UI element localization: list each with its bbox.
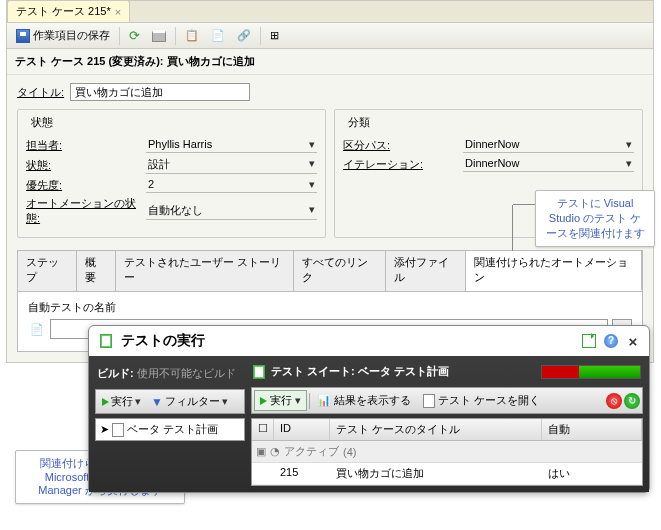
play-icon — [260, 397, 267, 405]
row-checkbox[interactable] — [252, 463, 274, 484]
page-play-icon — [97, 332, 115, 350]
workitem-header: テスト ケース 215 (変更済み): 買い物カゴに追加 — [7, 49, 653, 75]
chevron-down-icon: ▾ — [626, 138, 632, 151]
col-id[interactable]: ID — [274, 419, 330, 440]
status-icon: ◔ — [270, 445, 280, 458]
status-combo[interactable]: 設計▾ — [146, 156, 317, 174]
tab-links[interactable]: すべてのリンク — [294, 251, 385, 291]
save-label: 作業項目の保存 — [33, 28, 110, 43]
new-window-icon[interactable] — [581, 333, 597, 349]
table-row[interactable]: 215 買い物カゴに追加 はい — [252, 463, 642, 485]
chevron-down-icon: ▾ — [626, 157, 632, 170]
iteration-label: イテレーション: — [343, 157, 463, 172]
tab-attachments[interactable]: 添付ファイル — [386, 251, 467, 291]
print-icon — [152, 30, 166, 42]
chevron-down-icon: ▾ — [309, 157, 315, 172]
runner-header: テストの実行 ? × — [89, 326, 649, 356]
close-icon[interactable]: × — [625, 333, 641, 349]
show-results-button[interactable]: 📊結果を表示する — [312, 391, 416, 410]
play-icon — [102, 398, 109, 406]
chevron-down-icon: ▾ — [309, 203, 315, 218]
build-row: ビルド: 使用不可能なビルド — [95, 362, 245, 385]
automation-combo[interactable]: 自動化なし▾ — [146, 202, 317, 220]
area-combo[interactable]: DinnerNow▾ — [463, 137, 634, 153]
arrow-icon: ➤ — [100, 423, 109, 436]
row-id: 215 — [274, 463, 330, 484]
separator — [119, 27, 120, 45]
state-legend: 状態 — [28, 115, 56, 130]
callout-associate: テストに Visual Studio のテスト ケースを関連付けます — [535, 190, 655, 247]
suite-title: テスト スイート: ベータ テスト計画 — [271, 364, 535, 379]
tab-steps[interactable]: ステップ — [18, 251, 77, 291]
priority-label: 優先度: — [26, 178, 146, 193]
automation-status-label: オートメーションの状態: — [26, 196, 146, 226]
open-testcase-button[interactable]: テスト ケースを開く — [418, 391, 545, 410]
toolbar: 作業項目の保存 ⟳ 📋 📄 🔗 ⊞ — [7, 23, 653, 49]
print-button[interactable] — [149, 28, 169, 44]
chevron-down-icon: ▾ — [135, 395, 141, 408]
right-toolbar: 実行 ▾ 📊結果を表示する テスト ケースを開く ⦸ ↻ — [251, 387, 643, 414]
assigned-combo[interactable]: Phyllis Harris▾ — [146, 137, 317, 153]
document-tab[interactable]: テスト ケース 215* × — [7, 0, 130, 22]
col-title[interactable]: テスト ケースのタイトル — [330, 419, 542, 440]
document-icon: 📄 — [28, 320, 46, 338]
row-auto: はい — [542, 463, 642, 484]
help-icon[interactable]: ? — [603, 333, 619, 349]
page-icon — [423, 394, 435, 408]
col-auto[interactable]: 自動 — [542, 419, 642, 440]
status-label: 状態: — [26, 158, 146, 173]
build-value: 使用不可能なビルド — [137, 367, 236, 379]
priority-combo[interactable]: 2▾ — [146, 177, 317, 193]
export-button[interactable]: 📄 — [208, 27, 228, 44]
autotest-name-label: 自動テストの名前 — [28, 300, 632, 315]
tab-overview[interactable]: 概要 — [77, 251, 115, 291]
build-label: ビルド: — [97, 367, 134, 379]
tab-title: テスト ケース 215* — [16, 4, 111, 19]
col-checkbox[interactable]: ☐ — [252, 419, 274, 440]
chevron-down-icon: ▾ — [222, 395, 228, 408]
progress-bar — [541, 365, 641, 379]
left-toolbar: 実行 ▾ ▼フィルター ▾ — [95, 389, 245, 414]
plan-name: ベータ テスト計画 — [127, 422, 218, 437]
link-button[interactable]: 🔗 — [234, 27, 254, 44]
tab-stories[interactable]: テストされたユーザー ストーリー — [116, 251, 295, 291]
suite-row: テスト スイート: ベータ テスト計画 — [251, 362, 643, 383]
separator — [260, 27, 261, 45]
collapse-icon: ▣ — [256, 445, 266, 458]
leader-line — [513, 204, 535, 205]
chevron-down-icon: ▾ — [295, 394, 301, 407]
copy-button[interactable]: 📋 — [182, 27, 202, 44]
tab-automation[interactable]: 関連付けられたオートメーション — [466, 251, 642, 291]
workitem-window: テスト ケース 215* × 作業項目の保存 ⟳ 📋 📄 🔗 ⊞ テスト ケース… — [6, 0, 654, 363]
runner-title: テストの実行 — [121, 332, 205, 350]
runner-body: ビルド: 使用不可能なビルド 実行 ▾ ▼フィルター ▾ ➤ ベータ テスト計画… — [89, 356, 649, 492]
tree-button[interactable]: ⊞ — [267, 27, 282, 44]
close-icon[interactable]: × — [115, 6, 121, 18]
left-pane: ビルド: 使用不可能なビルド 実行 ▾ ▼フィルター ▾ ➤ ベータ テスト計画 — [95, 362, 245, 486]
run-dropdown[interactable]: 実行 ▾ — [98, 392, 145, 411]
results-icon: 📊 — [317, 394, 331, 407]
run-button[interactable]: 実行 ▾ — [254, 390, 307, 411]
title-label: タイトル: — [17, 85, 64, 100]
suite-icon — [253, 365, 265, 379]
chevron-down-icon: ▾ — [309, 178, 315, 191]
save-button[interactable]: 作業項目の保存 — [13, 26, 113, 45]
iteration-combo[interactable]: DinnerNow▾ — [463, 156, 634, 172]
title-input[interactable] — [70, 83, 250, 101]
reset-button[interactable]: ↻ — [624, 393, 640, 409]
chevron-down-icon: ▾ — [309, 138, 315, 151]
refresh-icon: ⟳ — [129, 28, 140, 43]
test-runner-panel: テストの実行 ? × ビルド: 使用不可能なビルド 実行 ▾ ▼フィルター ▾ … — [88, 325, 650, 493]
state-fieldset: 状態 担当者: Phyllis Harris▾ 状態: 設計▾ 優先度: 2▾ … — [17, 109, 326, 238]
funnel-icon: ▼ — [151, 395, 163, 409]
filter-dropdown[interactable]: ▼フィルター ▾ — [147, 392, 232, 411]
refresh-button[interactable]: ⟳ — [126, 26, 143, 45]
block-button[interactable]: ⦸ — [606, 393, 622, 409]
test-grid: ☐ ID テスト ケースのタイトル 自動 ▣ ◔ アクティブ (4) 215 買… — [251, 418, 643, 486]
detail-tabs: ステップ 概要 テストされたユーザー ストーリー すべてのリンク 添付ファイル … — [17, 250, 643, 291]
title-row: タイトル: — [7, 75, 653, 105]
document-tab-strip: テスト ケース 215* × — [7, 1, 653, 23]
separator — [309, 393, 310, 409]
grid-group[interactable]: ▣ ◔ アクティブ (4) — [252, 441, 642, 463]
test-plan-row[interactable]: ➤ ベータ テスト計画 — [95, 418, 245, 441]
